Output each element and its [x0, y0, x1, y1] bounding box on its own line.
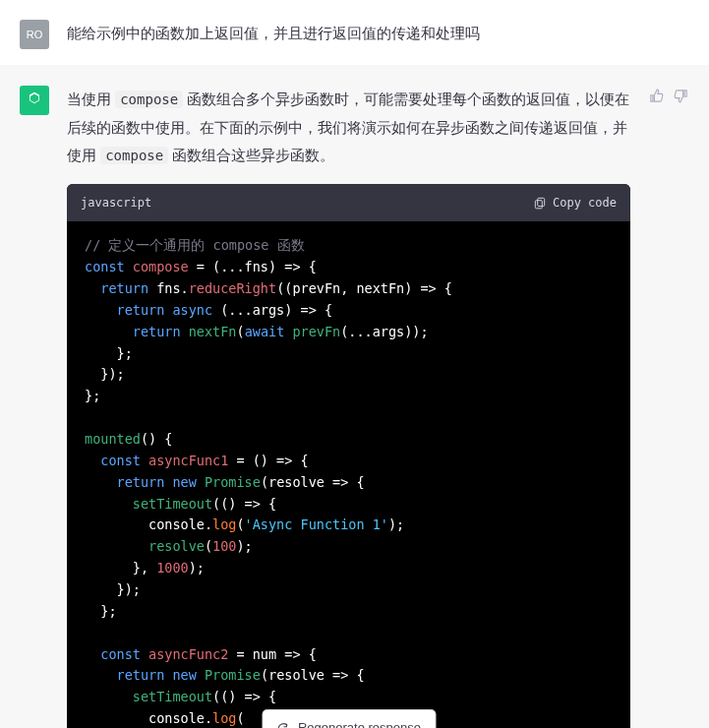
code-token: prevFn	[292, 280, 340, 296]
code-token: async	[172, 302, 212, 318]
code-token: return	[100, 280, 148, 296]
code-token: asyncFunc2	[148, 646, 228, 662]
code-token: fns	[156, 280, 180, 296]
code-token: console	[148, 710, 205, 726]
code-token: setTimeout	[133, 689, 212, 704]
code-token: mounted	[85, 431, 141, 447]
code-token: new	[172, 474, 196, 490]
code-token: reduceRight	[189, 280, 276, 296]
code-block: javascript Copy code // 定义一个通用的 compose …	[67, 184, 630, 729]
code-content: // 定义一个通用的 compose 函数 const compose = (.…	[67, 221, 630, 728]
refresh-icon	[276, 722, 290, 728]
code-token: log	[212, 516, 236, 532]
code-token: console	[148, 516, 205, 532]
code-token: args	[253, 302, 285, 318]
code-token: return	[117, 667, 165, 683]
thumbs-down-icon	[673, 88, 689, 104]
inline-code: compose	[100, 147, 168, 164]
code-token: prevFn	[292, 324, 340, 339]
user-avatar: RO	[20, 20, 49, 49]
svg-rect-1	[535, 201, 542, 209]
code-token: 100	[212, 538, 236, 554]
code-token: args	[373, 324, 405, 339]
svg-rect-0	[538, 198, 545, 206]
code-token: Promise	[205, 667, 261, 683]
inline-code: compose	[115, 91, 183, 108]
code-token: compose	[133, 259, 189, 274]
feedback-buttons	[648, 86, 689, 728]
code-comment: // 定义一个通用的 compose 函数	[85, 237, 305, 253]
reply-part: 当使用	[67, 91, 115, 107]
code-token: log	[212, 710, 236, 726]
code-token: await	[245, 324, 285, 339]
regenerate-button[interactable]: Regenerate response	[262, 709, 436, 728]
thumbs-up-icon	[648, 88, 665, 104]
code-token: Promise	[205, 474, 261, 490]
code-token: asyncFunc1	[148, 453, 228, 468]
code-token: new	[172, 667, 196, 683]
reply-part: 函数组合这些异步函数。	[168, 147, 334, 163]
code-token: fns	[245, 259, 268, 274]
assistant-message-content: 当使用 compose 函数组合多个异步函数时，可能需要处理每个函数的返回值，以…	[67, 86, 630, 728]
code-token: resolve	[268, 474, 325, 490]
clipboard-icon	[533, 196, 547, 210]
user-message-row: RO 能给示例中的函数加上返回值，并且进行返回值的传递和处理吗	[0, 0, 709, 66]
copy-code-label: Copy code	[553, 192, 617, 214]
code-language-label: javascript	[81, 192, 151, 214]
code-header: javascript Copy code	[67, 184, 630, 222]
code-token: const	[85, 259, 125, 274]
code-token: const	[100, 453, 141, 468]
assistant-avatar	[20, 86, 49, 115]
code-token: 'Async Function 1'	[245, 516, 388, 532]
code-token: 1000	[156, 560, 189, 576]
reply-text: 当使用 compose 函数组合多个异步函数时，可能需要处理每个函数的返回值，以…	[67, 91, 629, 163]
code-token: num	[253, 646, 276, 662]
code-token: setTimeout	[133, 496, 212, 512]
copy-code-button[interactable]: Copy code	[533, 192, 617, 214]
regenerate-label: Regenerate response	[298, 716, 421, 728]
assistant-message-row: 当使用 compose 函数组合多个异步函数时，可能需要处理每个函数的返回值，以…	[0, 66, 709, 728]
code-token: resolve	[148, 538, 205, 554]
code-token: const	[100, 646, 141, 662]
code-token: return	[117, 302, 165, 318]
code-token: nextFn	[356, 280, 404, 296]
code-token: return	[117, 474, 165, 490]
thumbs-down-button[interactable]	[673, 88, 689, 728]
code-token: resolve	[268, 667, 325, 683]
thumbs-up-button[interactable]	[648, 88, 665, 728]
code-token: return	[133, 324, 181, 339]
user-message-text: 能给示例中的函数加上返回值，并且进行返回值的传递和处理吗	[67, 20, 689, 49]
code-token: nextFn	[189, 324, 237, 339]
openai-logo-icon	[25, 91, 44, 110]
